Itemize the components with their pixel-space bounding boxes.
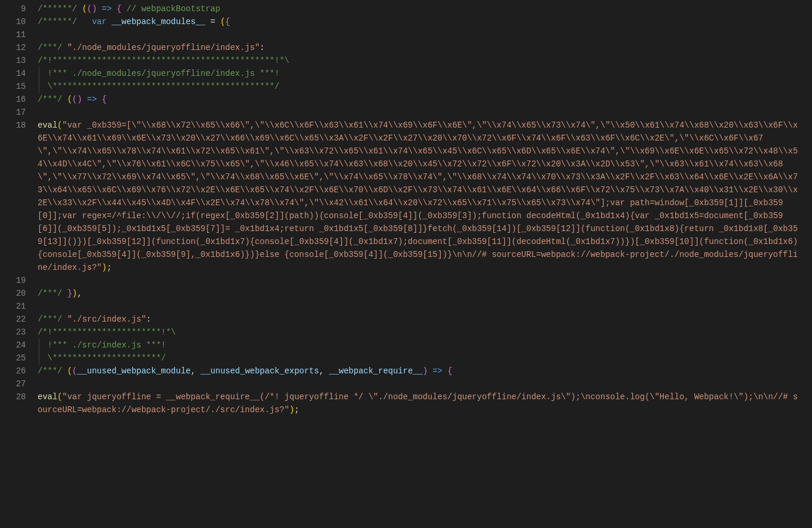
code-content[interactable]: /*!*************************************… bbox=[38, 54, 800, 67]
line-number: 24 bbox=[9, 339, 26, 352]
token: ) bbox=[102, 263, 106, 272]
token: __webpack_require__ bbox=[329, 366, 423, 376]
line-number: 9 bbox=[9, 2, 26, 15]
line-number: 21 bbox=[9, 300, 26, 313]
code-content[interactable] bbox=[38, 377, 800, 390]
token: ( bbox=[82, 4, 87, 14]
token: => bbox=[97, 4, 117, 14]
line-number: 25 bbox=[9, 352, 26, 365]
token: , bbox=[77, 289, 82, 298]
token: \**********************/ bbox=[38, 353, 166, 363]
token: { bbox=[225, 17, 230, 26]
code-content[interactable]: \**********************/ bbox=[38, 352, 800, 365]
token: => bbox=[428, 366, 448, 376]
token: } bbox=[67, 289, 72, 298]
line-number: 14 bbox=[9, 67, 26, 80]
token: eval bbox=[38, 121, 58, 130]
token: ; bbox=[294, 405, 299, 415]
line-number: 16 bbox=[9, 93, 26, 106]
token: { bbox=[447, 366, 452, 376]
token: __unused_webpack_module bbox=[77, 366, 190, 376]
code-content[interactable]: eval("var _0xb359=[\"\\x68\\x72\\x65\\x6… bbox=[38, 119, 800, 274]
line-number-gutter: 910111213141516171819202122232425262728 bbox=[0, 2, 38, 416]
token: : bbox=[146, 315, 151, 324]
token: __webpack_modules__ bbox=[112, 17, 206, 26]
code-content[interactable]: /***/ }), bbox=[38, 287, 800, 300]
token: /*!**********************!*\ bbox=[38, 328, 176, 337]
line-number: 28 bbox=[9, 390, 26, 416]
line-number: 10 bbox=[9, 15, 26, 28]
code-content[interactable] bbox=[38, 28, 800, 41]
code-content[interactable]: /******/ (() => { // webpackBootstrap bbox=[38, 2, 800, 15]
code-content[interactable] bbox=[38, 106, 800, 119]
token: /***/ bbox=[38, 315, 67, 324]
token: ( bbox=[58, 121, 62, 130]
token: /******/ bbox=[38, 4, 82, 14]
line-number: 22 bbox=[9, 313, 26, 326]
line-number: 20 bbox=[9, 287, 26, 300]
code-content[interactable]: /***/ "./src/index.js": bbox=[38, 313, 800, 326]
token: ) bbox=[422, 366, 427, 376]
token: ; bbox=[107, 263, 112, 272]
code-content[interactable]: !*** ./node_modules/jqueryoffline/index.… bbox=[38, 67, 800, 80]
line-number: 17 bbox=[9, 106, 26, 119]
code-content[interactable]: /*!**********************!*\ bbox=[38, 326, 800, 339]
token: : bbox=[260, 43, 264, 52]
token: ( bbox=[58, 392, 62, 402]
token: eval bbox=[38, 392, 58, 402]
code-content[interactable]: /***/ (() => { bbox=[38, 93, 800, 106]
token: /***/ bbox=[38, 366, 67, 376]
token: \***************************************… bbox=[38, 82, 280, 91]
code-editor[interactable]: 910111213141516171819202122232425262728 … bbox=[0, 0, 812, 416]
token: () bbox=[72, 95, 82, 104]
token: !*** ./node_modules/jqueryoffline/index.… bbox=[38, 69, 280, 78]
token: "./node_modules/jqueryoffline/index.js" bbox=[67, 43, 260, 52]
code-content[interactable] bbox=[38, 300, 800, 313]
token: , bbox=[190, 366, 200, 376]
code-area[interactable]: /******/ (() => { // webpackBootstrap/**… bbox=[38, 2, 812, 416]
token: var bbox=[92, 17, 112, 26]
token: // webpackBootstrap bbox=[122, 4, 220, 14]
token: /*!*************************************… bbox=[38, 56, 289, 65]
token: = bbox=[206, 17, 220, 26]
token: ( bbox=[72, 366, 77, 376]
token: /***/ bbox=[38, 43, 67, 52]
token: /******/ bbox=[38, 17, 77, 26]
token: !*** ./src/index.js ***! bbox=[38, 340, 166, 350]
token: ( bbox=[67, 366, 72, 376]
line-number: 19 bbox=[9, 274, 26, 287]
token: __unused_webpack_exports bbox=[200, 366, 319, 376]
code-content[interactable]: /***/ ((__unused_webpack_module, __unuse… bbox=[38, 365, 800, 377]
token: => bbox=[82, 95, 102, 104]
code-content[interactable]: /***/ "./node_modules/jqueryoffline/inde… bbox=[38, 41, 800, 54]
token: "var _0xb359=[\"\\x68\\x72\\x65\\x66\",\… bbox=[38, 121, 798, 272]
token: { bbox=[102, 95, 106, 104]
line-number: 15 bbox=[9, 80, 26, 93]
line-number: 11 bbox=[9, 28, 26, 41]
line-number: 26 bbox=[9, 365, 26, 377]
token: ) bbox=[289, 405, 294, 415]
code-content[interactable]: !*** ./src/index.js ***! bbox=[38, 339, 800, 352]
line-number: 23 bbox=[9, 326, 26, 339]
token: "var jqueryoffline = __webpack_require__… bbox=[38, 392, 798, 415]
line-number: 27 bbox=[9, 377, 26, 390]
code-content[interactable] bbox=[38, 274, 800, 287]
token: /***/ bbox=[38, 95, 67, 104]
token: () bbox=[87, 4, 97, 14]
token: /***/ bbox=[38, 289, 67, 298]
code-content[interactable]: eval("var jqueryoffline = __webpack_requ… bbox=[38, 390, 800, 416]
token: ) bbox=[72, 289, 77, 298]
line-number: 13 bbox=[9, 54, 26, 67]
token: ( bbox=[67, 95, 72, 104]
code-content[interactable]: /******/ var __webpack_modules__ = ({ bbox=[38, 15, 800, 28]
line-number: 12 bbox=[9, 41, 26, 54]
token bbox=[77, 17, 92, 26]
token: , bbox=[319, 366, 329, 376]
line-number: 18 bbox=[9, 119, 26, 274]
token: "./src/index.js" bbox=[67, 315, 146, 324]
code-content[interactable]: \***************************************… bbox=[38, 80, 800, 93]
token: { bbox=[116, 4, 121, 14]
